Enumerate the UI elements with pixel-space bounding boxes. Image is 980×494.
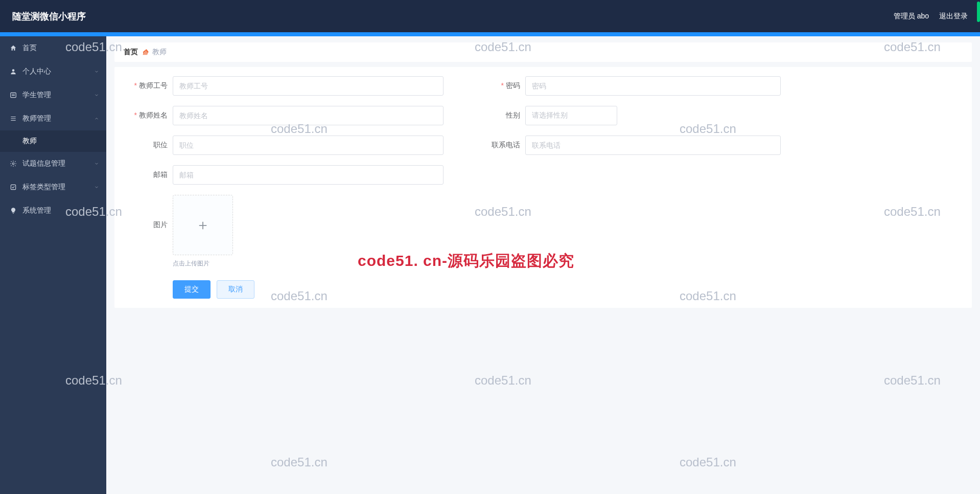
chevron-down-icon	[94, 208, 99, 213]
label-email: 邮箱	[124, 170, 173, 179]
label-gender: 性别	[476, 111, 525, 120]
input-phone[interactable]	[525, 136, 781, 155]
sidebar-item-label: 首页	[22, 43, 37, 53]
sidebar-item-label: 系统管理	[22, 206, 51, 215]
home-icon	[9, 44, 17, 52]
sidebar-item-label: 学生管理	[22, 91, 51, 100]
input-position[interactable]	[173, 136, 444, 155]
admin-label[interactable]: 管理员 abo	[894, 12, 929, 21]
upload-tip: 点击上传图片	[173, 259, 233, 268]
sidebar-item-label: 教师	[22, 137, 37, 146]
menu-icon	[9, 115, 17, 123]
field-gender: 性别 请选择性别	[476, 106, 783, 125]
sidebar-item-system[interactable]: 系统管理	[0, 199, 106, 222]
label-name: *教师姓名	[124, 111, 173, 120]
sidebar: 首页 个人中心 学生管理	[0, 36, 106, 494]
upload-box[interactable]: ＋	[173, 195, 233, 255]
sidebar-item-teachers[interactable]: 教师管理	[0, 107, 106, 130]
sidebar-item-home[interactable]: 首页	[0, 36, 106, 60]
app-title: 随堂测微信小程序	[12, 10, 86, 23]
field-teacher-id: *教师工号	[124, 76, 451, 96]
sidebar-subitem-teacher[interactable]: 教师	[0, 130, 106, 152]
check-icon	[9, 183, 17, 191]
header-right: 管理员 abo 退出登录	[894, 12, 968, 21]
bulb-icon	[9, 207, 17, 215]
cancel-button[interactable]: 取消	[217, 280, 254, 299]
submit-button[interactable]: 提交	[173, 280, 211, 299]
field-name: *教师姓名	[124, 106, 451, 125]
sidebar-item-label: 个人中心	[22, 67, 51, 76]
button-row: 提交 取消	[124, 280, 963, 299]
sidebar-item-students[interactable]: 学生管理	[0, 83, 106, 107]
svg-rect-3	[11, 185, 15, 189]
label-phone: 联系电话	[476, 141, 525, 150]
logout-link[interactable]: 退出登录	[939, 12, 968, 21]
chevron-down-icon	[94, 69, 99, 74]
form-card: *教师工号 *密码 *教师姓名 性别	[114, 67, 972, 308]
chevron-down-icon	[94, 161, 99, 166]
gear-icon	[9, 160, 17, 168]
chevron-down-icon	[94, 185, 99, 190]
input-password[interactable]	[525, 76, 781, 96]
header-bar: 随堂测微信小程序 管理员 abo 退出登录	[0, 0, 980, 32]
scrollbar-indicator	[977, 2, 980, 22]
field-position: 职位	[124, 136, 451, 155]
accent-bar	[0, 32, 980, 36]
input-email[interactable]	[173, 165, 444, 185]
select-gender[interactable]: 请选择性别	[525, 106, 617, 125]
input-name[interactable]	[173, 106, 444, 125]
sidebar-item-label: 标签类型管理	[22, 183, 65, 192]
field-image: 图片 ＋ 点击上传图片	[124, 195, 451, 268]
chevron-down-icon	[94, 93, 99, 98]
sidebar-item-label: 试题信息管理	[22, 159, 65, 168]
label-password: *密码	[476, 81, 525, 91]
chevron-up-icon	[94, 116, 99, 121]
svg-point-0	[12, 69, 15, 72]
field-phone: 联系电话	[476, 136, 783, 155]
field-email: 邮箱	[124, 165, 451, 185]
sidebar-item-profile[interactable]: 个人中心	[0, 60, 106, 83]
plus-icon: ＋	[196, 215, 210, 235]
input-teacher-id[interactable]	[173, 76, 444, 96]
breadcrumb: 首页 ⟰ 教师	[114, 42, 972, 62]
breadcrumb-current: 教师	[152, 48, 167, 57]
flag-icon: ⟰	[142, 48, 148, 56]
breadcrumb-home[interactable]: 首页	[124, 48, 138, 57]
main-area: 首页 ⟰ 教师 *教师工号 *密码	[106, 36, 980, 494]
user-icon	[9, 68, 17, 76]
sidebar-item-label: 教师管理	[22, 114, 51, 123]
sidebar-item-questions[interactable]: 试题信息管理	[0, 152, 106, 175]
list-icon	[9, 91, 17, 99]
svg-point-2	[12, 163, 14, 165]
label-teacher-id: *教师工号	[124, 81, 173, 91]
label-position: 职位	[124, 141, 173, 150]
label-image: 图片	[124, 195, 173, 230]
sidebar-item-tags[interactable]: 标签类型管理	[0, 175, 106, 199]
field-password: *密码	[476, 76, 783, 96]
